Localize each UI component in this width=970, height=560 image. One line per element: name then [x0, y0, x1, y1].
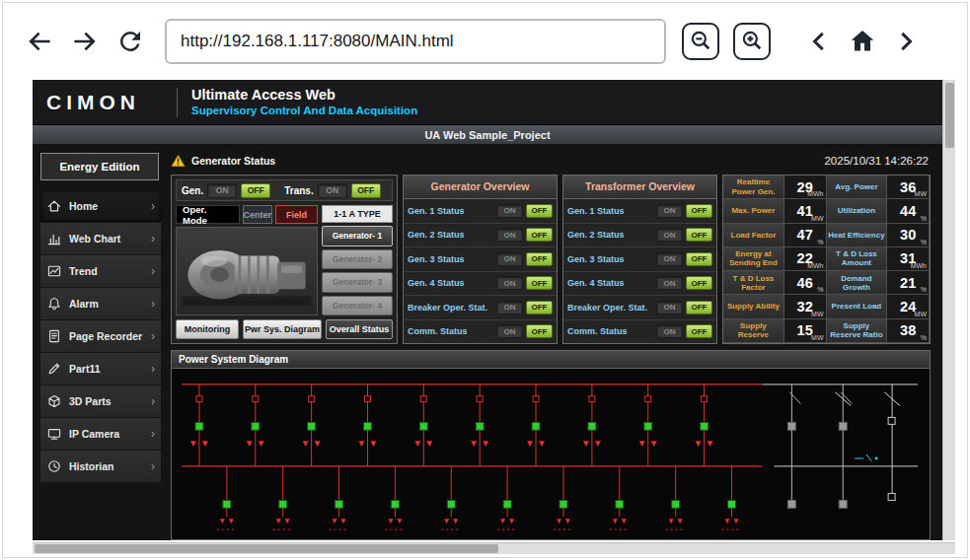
status-row-label: Breaker Oper. Stat. [408, 303, 493, 313]
stat-label: Present Load [827, 295, 888, 318]
generator-4-button[interactable]: Generator- 4 [322, 296, 393, 316]
status-off-indicator: OFF [526, 301, 553, 315]
stat-label: Max. Power [723, 199, 784, 223]
pen-icon [46, 361, 62, 377]
prev-page-button[interactable] [802, 19, 838, 64]
oper-mode-label: Oper. Mode [176, 205, 240, 224]
stat-value-cell: 29MWh [784, 175, 827, 199]
stat-label: Utilization [827, 199, 888, 223]
sidebar-item-ip-camera[interactable]: IP Camera › [40, 418, 161, 451]
zoom-in-button[interactable] [733, 23, 771, 60]
stat-label: Supply Ability [723, 295, 784, 318]
generator-overview-table: Generator Overview Gen. 1 Status ON OFF … [403, 175, 558, 344]
alarm-bell-icon [46, 296, 62, 312]
sidebar-item-label: Part11 [69, 363, 101, 375]
zoom-out-button[interactable] [682, 23, 719, 60]
horizontal-scrollbar-thumb[interactable] [35, 544, 498, 553]
generator-3-button[interactable]: Generator- 3 [322, 272, 393, 293]
trans-off-button[interactable]: OFF [351, 183, 381, 198]
cimon-logo: CIMON [46, 91, 173, 114]
chevron-right-nav-icon [892, 29, 918, 54]
status-off-indicator: OFF [686, 228, 712, 242]
status-row-label: Gen. 1 Status [408, 206, 493, 216]
stat-value-cell: 30% [887, 224, 930, 247]
sidebar-item-part11[interactable]: Part11 › [40, 353, 161, 385]
forward-button[interactable] [62, 19, 108, 64]
back-button[interactable] [17, 19, 62, 64]
stat-label: Supply Reserve Ratio [827, 319, 888, 343]
sidebar-item-web-chart[interactable]: Web Chart › [40, 223, 161, 255]
sidebar-item-page-recorder[interactable]: Page Recorder › [40, 320, 161, 353]
zoom-out-icon [689, 29, 712, 55]
main-content: Generator Status 2025/10/31 14:26:22 Gen… [171, 151, 931, 540]
table-row: Gen. 4 Status ON OFF [404, 272, 557, 297]
power-system-diagram-section: Power System Diagram [171, 350, 931, 540]
view-buttons-row: Monitoring Pwr Sys. Diagram Overall Stat… [176, 319, 393, 339]
stat-unit: % [921, 334, 927, 341]
status-off-indicator: OFF [686, 276, 712, 290]
back-arrow-icon [24, 26, 55, 57]
status-on-indicator: ON [496, 204, 523, 218]
stat-label: Realtime Power Gen. [723, 175, 784, 199]
bar-chart-icon [46, 231, 62, 246]
generator-overview-title: Generator Overview [404, 175, 557, 199]
sidebar-item-3d-parts[interactable]: 3D Parts › [40, 385, 161, 418]
header-divider [177, 88, 178, 117]
next-page-button[interactable] [887, 19, 923, 64]
page-recorder-icon [46, 328, 62, 344]
generator-photo [176, 227, 318, 315]
stat-value-cell: 22MWh [784, 247, 827, 271]
sidebar: Energy Edition Home › Web Chart › Trend [40, 151, 161, 540]
stat-unit: MW [915, 311, 927, 317]
sidebar-item-home[interactable]: Home › [40, 190, 161, 223]
pwr-sys-diagram-button[interactable]: Pwr Sys. Diagram [243, 319, 322, 339]
sidebar-item-alarm[interactable]: Alarm › [40, 288, 161, 320]
refresh-button[interactable] [108, 19, 153, 64]
generator-1-button[interactable]: Generator- 1 [322, 226, 393, 246]
stat-unit: MWh [807, 262, 823, 269]
trans-on-button[interactable]: ON [318, 183, 347, 198]
status-row-label: Gen. 2 Status [567, 230, 653, 240]
timestamp: 2025/10/31 14:26:22 [824, 155, 931, 167]
status-row-label: Gen. 4 Status [567, 278, 653, 288]
horizontal-scrollbar[interactable] [33, 542, 955, 554]
type-selector[interactable]: 1-1 A TYPE [322, 205, 393, 223]
generator-2-button[interactable]: Generator- 2 [322, 249, 393, 270]
stat-value-cell: 47% [784, 224, 827, 247]
field-mode-button[interactable]: Field [275, 205, 318, 224]
table-row: Gen. 1 Status ON OFF [563, 199, 716, 224]
stat-value: 44 [900, 203, 916, 219]
app-subtitle: Supervisory Control And Data Acquisition [191, 104, 417, 117]
status-off-indicator: OFF [526, 228, 553, 242]
monitoring-button[interactable]: Monitoring [176, 319, 239, 339]
status-on-indicator: ON [496, 301, 523, 315]
stat-value-cell: 24MW [887, 295, 930, 318]
edition-label: Energy Edition [40, 153, 159, 180]
vertical-scrollbar[interactable] [942, 80, 955, 540]
status-row-label: Comm. Status [408, 326, 493, 336]
page-nav-group [802, 19, 923, 64]
stat-value: 46 [797, 275, 813, 291]
transformer-overview-table: Transformer Overview Gen. 1 Status ON OF… [562, 175, 717, 344]
status-on-indicator: ON [496, 276, 523, 290]
sidebar-item-historian[interactable]: Historian › [40, 451, 161, 483]
stat-unit: % [921, 239, 927, 245]
status-off-indicator: OFF [686, 204, 712, 218]
table-row: Gen. 4 Status ON OFF [563, 272, 716, 297]
gen-on-button[interactable]: ON [207, 183, 237, 198]
vertical-scrollbar-thumb[interactable] [945, 83, 954, 148]
center-mode-button[interactable]: Center [243, 205, 273, 224]
status-on-indicator: ON [656, 228, 683, 242]
gen-off-button[interactable]: OFF [241, 183, 270, 198]
overall-status-button[interactable]: Overall Status [326, 319, 393, 339]
status-on-indicator: ON [656, 324, 683, 338]
warning-icon [171, 154, 186, 168]
stat-label: T & D Loss Factor [723, 271, 784, 295]
sidebar-item-trend[interactable]: Trend › [40, 255, 161, 288]
table-row: Breaker Oper. Stat. ON OFF [563, 296, 716, 320]
table-row: Gen. 2 Status ON OFF [404, 224, 557, 248]
chevron-right-icon: › [151, 363, 155, 375]
page-header: Generator Status 2025/10/31 14:26:22 [171, 151, 931, 171]
home-button[interactable] [842, 19, 883, 64]
url-input[interactable] [165, 19, 666, 64]
